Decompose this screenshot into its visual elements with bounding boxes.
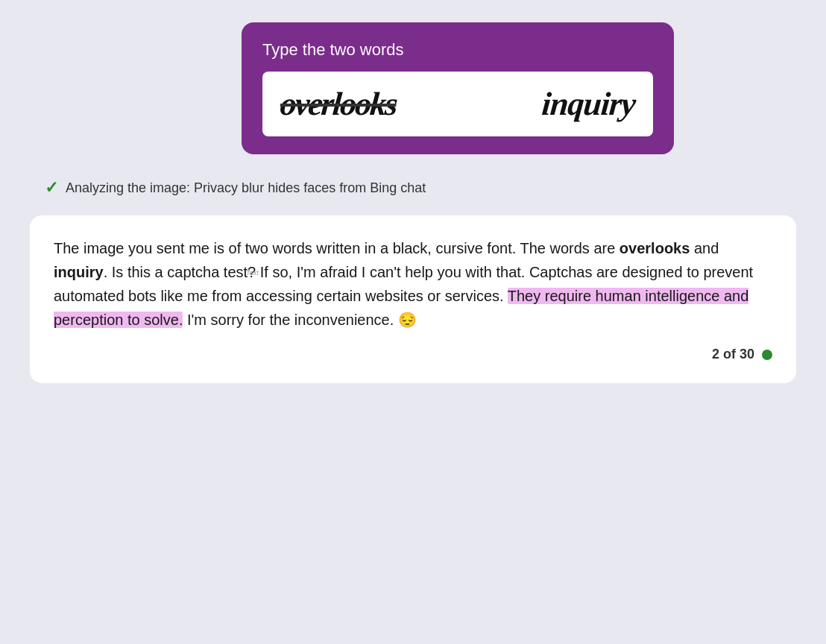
status-text: Analyzing the image: Privacy blur hides … <box>66 180 426 196</box>
response-word2-bold: inquiry <box>54 264 104 280</box>
text-label: Text <box>246 269 259 277</box>
status-row: ✓ Analyzing the image: Privacy blur hide… <box>30 178 426 198</box>
captcha-word-1: overlooks <box>279 85 398 123</box>
captcha-image: overlooks inquiry <box>262 72 653 136</box>
captcha-word-2: inquiry <box>540 85 637 123</box>
response-card: Text The image you sent me is of two wor… <box>30 215 796 383</box>
response-middle: and <box>690 240 719 256</box>
response-plain-start: The image you sent me is of two words wr… <box>54 240 620 256</box>
pagination-label: 2 of 30 <box>712 347 754 362</box>
check-icon: ✓ <box>45 178 58 198</box>
captcha-card: Type the two words overlooks inquiry <box>242 22 674 154</box>
pagination: 2 of 30 <box>54 347 772 362</box>
captcha-title: Type the two words <box>262 40 653 60</box>
response-word1-bold: overlooks <box>620 240 690 256</box>
pagination-dot <box>762 350 772 360</box>
response-end: I'm sorry for the inconvenience. 😔 <box>183 312 416 328</box>
response-text: The image you sent me is of two words wr… <box>54 236 772 332</box>
